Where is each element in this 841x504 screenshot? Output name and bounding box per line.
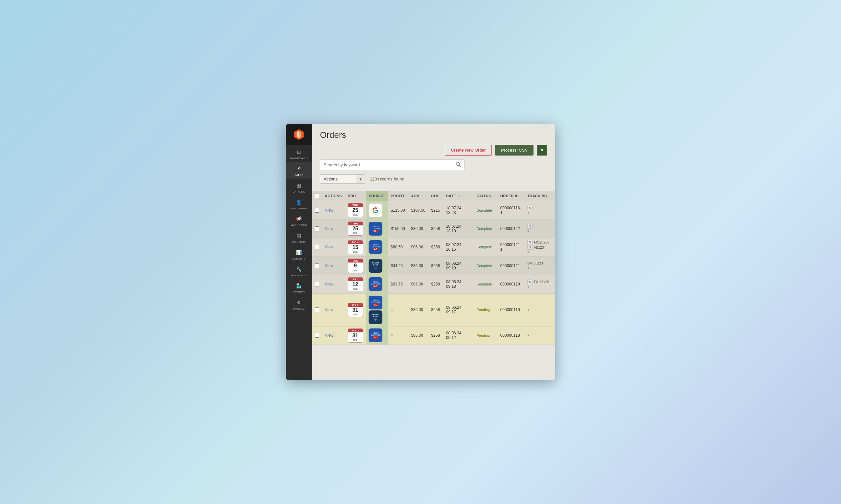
tracking-add[interactable]: + xyxy=(527,211,552,215)
row-profit-cell: ≡ xyxy=(388,326,408,344)
row-checkbox[interactable] xyxy=(315,245,319,249)
row-profit-cell: $155.00 xyxy=(388,219,408,238)
actions-select[interactable]: Actions xyxy=(320,174,356,184)
row-status-cell: Pending xyxy=(474,326,498,344)
date-badge: THU 25 JUL xyxy=(348,221,363,236)
order-id-value: 000000118 xyxy=(500,333,520,338)
col-header-aov: AOV xyxy=(408,191,428,201)
row-dbd-cell: WED 31 JUL xyxy=(345,293,366,326)
row-profit-cell: ≡ xyxy=(388,293,408,326)
sidebar-item-catalog[interactable]: ▦ CATALOG xyxy=(286,179,312,195)
sidebar-item-system[interactable]: ⚙ SYSTEM xyxy=(286,295,312,312)
source-hello-customer-icon: HELLOCUSTOMER AB xyxy=(368,277,382,291)
status-badge: Complete xyxy=(477,245,492,249)
order-id-value: 000000119 xyxy=(500,307,520,312)
tracking-add[interactable]: + xyxy=(527,229,552,233)
profit-value: $93.75 xyxy=(391,282,403,286)
sidebar-item-customers[interactable]: 👤 CUSTOMERS xyxy=(286,195,312,212)
sidebar-item-reports[interactable]: 📊 REPORTS xyxy=(286,246,312,262)
aov-value: $86.00 xyxy=(411,307,423,312)
source-google-icon xyxy=(368,203,382,217)
search-icon xyxy=(456,162,461,167)
view-link[interactable]: View xyxy=(325,307,333,312)
tracking-add[interactable]: + xyxy=(527,285,552,289)
tracking-type-box: S xyxy=(527,245,533,250)
row-dbd-cell: MON 15 JUL xyxy=(345,238,366,257)
actions-caret[interactable]: ▼ xyxy=(356,174,365,184)
sidebar-item-content[interactable]: ▤ CONTENT xyxy=(286,229,312,246)
sidebar-item-sales[interactable]: $ SALES xyxy=(286,162,312,179)
order-id-value: 000000116-1 xyxy=(500,206,521,215)
status-badge: Complete xyxy=(477,282,492,286)
extra-action-button[interactable]: ▼ xyxy=(537,145,547,156)
row-action-cell: View xyxy=(322,293,345,326)
date-badge: MON 15 JUL xyxy=(348,240,363,254)
process-csv-button[interactable]: Process: CSV xyxy=(495,145,533,156)
date-value: 18.07.24 13:10 xyxy=(446,224,462,233)
search-input[interactable] xyxy=(324,162,456,167)
row-orderid-cell: 000000118 xyxy=(498,326,525,344)
system-icon: ⚙ xyxy=(295,299,303,306)
row-checkbox[interactable] xyxy=(315,227,319,231)
view-link[interactable]: View xyxy=(325,282,333,286)
row-action-cell: View xyxy=(322,326,345,344)
table-row: View WED 31 JUL HELLOCUSTOMER AC ≡ $86.0… xyxy=(312,326,555,344)
order-id-value: 000000122 xyxy=(500,227,520,231)
row-orderid-cell: 000000116-1 xyxy=(498,201,525,219)
tracking-add[interactable]: + xyxy=(527,250,552,254)
marketing-icon: 📢 xyxy=(295,215,303,222)
aov-value: $86.00 xyxy=(411,264,423,268)
tracking-add-button[interactable]: + xyxy=(527,334,552,337)
sidebar-item-stores[interactable]: 🏪 STORES xyxy=(286,279,312,295)
row-date-cell: 08.06.24 09:17 xyxy=(444,293,474,326)
tracking-add[interactable]: + xyxy=(527,266,552,270)
search-button[interactable] xyxy=(456,162,461,168)
profit-value: $155.00 xyxy=(391,227,405,231)
row-action-cell: View xyxy=(322,257,345,275)
aov-value: $86.00 xyxy=(411,282,423,286)
row-tracking-cell: SFX123765SAB1234+ xyxy=(525,238,555,257)
view-link[interactable]: View xyxy=(325,227,333,231)
view-link[interactable]: View xyxy=(325,208,333,213)
reports-icon: 📊 xyxy=(295,249,303,256)
actions-dropdown-wrap: Actions ▼ xyxy=(320,174,365,184)
row-checkbox[interactable] xyxy=(315,307,319,312)
aov-value: $86.00 xyxy=(411,227,423,231)
sidebar-item-label: STORES xyxy=(293,291,305,294)
view-link[interactable]: View xyxy=(325,264,333,268)
row-checkbox[interactable] xyxy=(315,208,319,213)
date-badge: TUE 9 JUL xyxy=(348,258,363,273)
sidebar-item-dashboard[interactable]: ⊞ DASHBOARD xyxy=(286,145,312,162)
row-checkbox[interactable] xyxy=(315,264,319,268)
row-checkbox[interactable] xyxy=(315,282,319,286)
profit-value: $115.00 xyxy=(391,208,405,213)
source-thanks-easy-icon: THANKSEASY ⚙ xyxy=(368,259,382,273)
view-link[interactable]: View xyxy=(325,333,333,338)
select-all-checkbox[interactable] xyxy=(315,194,319,198)
source-hello-customer-icon: HELLOCUSTOMER AC xyxy=(368,240,382,254)
row-dbd-cell: THU 25 JUL xyxy=(345,219,366,238)
create-new-order-button[interactable]: Create New Order xyxy=(445,145,492,156)
row-checkbox[interactable] xyxy=(315,333,319,338)
row-tracking-cell: S+ xyxy=(525,219,555,238)
order-id-value: 000000120 xyxy=(500,282,520,286)
search-bar xyxy=(320,160,464,170)
col-header-source: SOURCE xyxy=(366,191,388,201)
row-source-cell: THANKSEASY ⚙ xyxy=(366,257,388,275)
sidebar-item-marketing[interactable]: 📢 MARKETING xyxy=(286,212,312,229)
tracking-add-button[interactable]: + xyxy=(527,308,552,312)
view-link[interactable]: View xyxy=(325,245,333,249)
row-orderid-cell: 000000122 xyxy=(498,219,525,238)
table-header-row: ACTIONS DBD SOURCE PROFIT AOV CLV DATE ▲… xyxy=(312,191,555,201)
row-clv-cell: $215 xyxy=(428,201,443,219)
col-header-status: STATUS xyxy=(474,191,498,201)
sidebar-item-moogento[interactable]: 🔧 MOOGENTO xyxy=(286,262,312,279)
profit-empty: ≡ xyxy=(391,333,393,338)
row-aov-cell: $86.00 xyxy=(408,293,428,326)
row-status-cell: Complete xyxy=(474,201,498,219)
clv-value: $258 xyxy=(431,282,440,286)
row-checkbox-cell xyxy=(312,238,322,257)
row-clv-cell: $258 xyxy=(428,326,443,344)
source-hello-customer-icon: HELLOCUSTOMER AC xyxy=(368,295,382,309)
status-badge: Pending xyxy=(477,334,490,337)
